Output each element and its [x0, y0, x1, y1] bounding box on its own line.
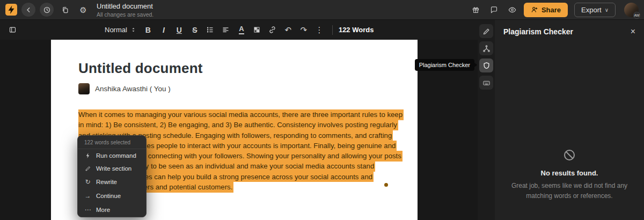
- bullet-list-icon: [206, 26, 214, 34]
- page-title[interactable]: Untitled document: [78, 60, 418, 77]
- preview-button[interactable]: [506, 3, 519, 17]
- align-button[interactable]: [219, 23, 233, 37]
- kebab-menu-icon: ⋮: [315, 26, 323, 34]
- chat-icon: [490, 6, 498, 14]
- strikethrough-button[interactable]: S: [188, 23, 202, 37]
- document-titlebox: Untitled document All changes are saved.: [97, 2, 153, 18]
- comments-button[interactable]: [487, 3, 501, 17]
- menu-item-write-section[interactable]: Write section: [78, 162, 146, 175]
- menu-item-label: Run command: [96, 152, 136, 159]
- text-color-icon: A: [239, 25, 244, 34]
- settings-button[interactable]: ⚙: [76, 3, 90, 17]
- menu-item-label: More: [96, 207, 110, 213]
- rail-plagiarism-button[interactable]: [479, 58, 493, 72]
- pencil-icon: [84, 165, 91, 172]
- top-bar: ⚙ Untitled document All changes are save…: [0, 0, 644, 20]
- author-name: Anshika Awasthi ( You ): [95, 85, 171, 93]
- panel-header: Plagiarism Checker ×: [495, 20, 644, 43]
- format-toolbar: Normal B I U S A ↶ ↷ ⋮ 122 Word: [0, 20, 478, 40]
- italic-button[interactable]: I: [157, 23, 171, 37]
- menu-item-label: Write section: [96, 165, 131, 172]
- gear-icon: ⚙: [79, 6, 86, 14]
- undo-button[interactable]: ↶: [281, 23, 295, 37]
- no-results-icon: [495, 149, 644, 164]
- word-count: 122 Words: [339, 26, 374, 34]
- back-button[interactable]: [21, 3, 35, 17]
- save-status: All changes are saved.: [97, 11, 153, 18]
- share-label: Share: [541, 6, 561, 14]
- clock-icon: [43, 6, 51, 14]
- history-button[interactable]: [40, 3, 54, 17]
- paragraph-style-dropdown[interactable]: Normal: [101, 24, 140, 36]
- align-left-icon: [222, 26, 230, 34]
- export-button[interactable]: Export ∨: [574, 3, 616, 17]
- highlighted-text: When it comes to managing your various s…: [78, 109, 404, 120]
- menu-item-run-command[interactable]: Run command: [78, 149, 146, 162]
- italic-icon: I: [163, 26, 165, 34]
- ellipsis-icon: ⋯: [84, 206, 91, 214]
- chevron-down-icon: ∨: [605, 7, 609, 13]
- tools-rail: [478, 20, 495, 220]
- chevron-left-icon: [25, 6, 33, 14]
- rewards-button[interactable]: [469, 3, 483, 17]
- sidebar-panel-icon: [9, 26, 17, 34]
- close-icon[interactable]: ×: [631, 27, 635, 36]
- menu-item-label: Rewrite: [96, 179, 117, 185]
- export-label: Export: [581, 6, 602, 14]
- bolt-icon: [84, 152, 91, 159]
- rewrite-icon: ↻: [84, 178, 91, 186]
- underline-icon: U: [177, 26, 182, 34]
- menu-item-continue[interactable]: → Continue: [78, 189, 146, 203]
- plagiarism-tooltip: Plagiarism Checker: [415, 59, 474, 71]
- more-options-button[interactable]: ⋮: [312, 23, 326, 37]
- document-column: Normal B I U S A ↶ ↷ ⋮ 122 Word: [0, 20, 478, 220]
- bold-icon: B: [145, 26, 151, 34]
- paragraph-line: in mind: 1) Be consistent, 2) Be engagin…: [78, 120, 400, 130]
- empty-message: Great job, seems like we did not find an…: [503, 181, 636, 201]
- bullet-list-button[interactable]: [203, 23, 217, 37]
- collaborator-cursor-dot: [384, 183, 388, 187]
- selection-count: 122 words selected: [78, 136, 146, 149]
- up-down-icon: [130, 27, 136, 33]
- redo-icon: ↷: [301, 26, 308, 34]
- style-value: Normal: [105, 26, 127, 34]
- text-color-button[interactable]: A: [235, 23, 248, 37]
- highlight-color-button[interactable]: [250, 23, 264, 37]
- panel-title: Plagiarism Checker: [503, 27, 573, 36]
- eye-icon: [508, 6, 516, 14]
- undo-icon: ↶: [285, 26, 292, 34]
- pencil-icon: [482, 27, 491, 35]
- strikethrough-icon: S: [192, 26, 197, 34]
- menu-item-label: Continue: [96, 193, 121, 199]
- plagiarism-panel: Plagiarism Checker × No results found. G…: [495, 20, 644, 220]
- toolbar-divider: [332, 25, 333, 35]
- editor-canvas: Untitled document Anshika Awasthi ( You …: [0, 40, 478, 220]
- shield-icon: [482, 62, 491, 70]
- highlighted-text: in mind: 1) Be consistent, 2) Be engagin…: [78, 120, 398, 130]
- rail-shortcuts-button[interactable]: [479, 76, 493, 90]
- avatar-initials-badge: AW: [633, 12, 640, 19]
- checker-highlight-icon: [253, 26, 261, 34]
- keyboard-icon: [482, 79, 491, 87]
- pages-panel-button[interactable]: [5, 23, 19, 37]
- user-avatar[interactable]: AW: [624, 3, 639, 17]
- bold-button[interactable]: B: [141, 23, 155, 37]
- menu-item-rewrite[interactable]: ↻ Rewrite: [78, 175, 146, 189]
- rail-network-button[interactable]: [479, 41, 493, 55]
- redo-button[interactable]: ↷: [297, 23, 311, 37]
- empty-title: No results found.: [495, 169, 644, 177]
- empty-state: No results found. Great job, seems like …: [495, 149, 644, 201]
- selection-context-menu: 122 words selected Run command Write sec…: [77, 135, 147, 217]
- menu-item-more[interactable]: ⋯ More: [78, 203, 146, 217]
- arrow-right-icon: →: [84, 192, 91, 200]
- share-button[interactable]: Share: [524, 3, 568, 17]
- author-avatar: [78, 83, 90, 94]
- underline-button[interactable]: U: [172, 23, 186, 37]
- document-title: Untitled document: [97, 2, 153, 10]
- rail-editor-button[interactable]: [479, 24, 493, 38]
- paragraph-line: When it comes to managing your various s…: [78, 109, 400, 120]
- person-plus-icon: [531, 6, 538, 13]
- link-button[interactable]: [266, 23, 280, 37]
- duplicate-button[interactable]: [58, 3, 72, 17]
- app-logo-icon[interactable]: [5, 4, 17, 16]
